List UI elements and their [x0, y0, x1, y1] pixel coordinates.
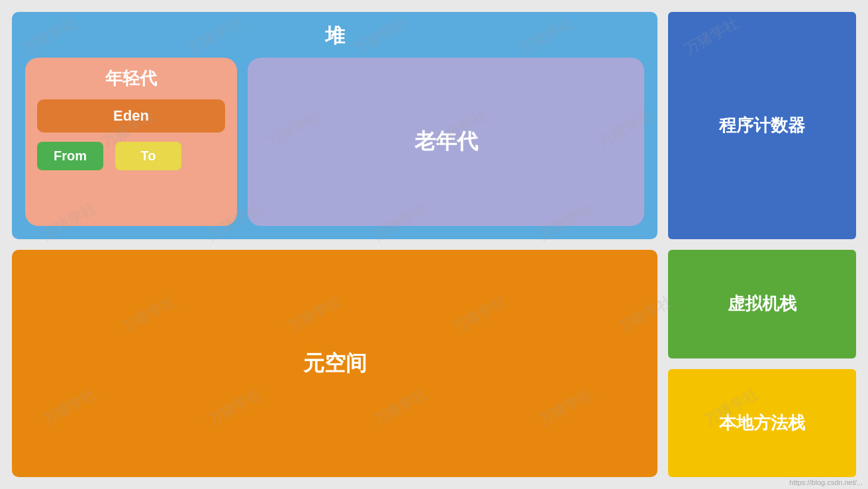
old-gen-box: 老年代: [248, 58, 644, 226]
to-label: To: [141, 148, 156, 163]
from-box: From: [37, 142, 103, 170]
right-bottom: 虚拟机栈 本地方法栈: [668, 250, 856, 477]
vm-stack-title: 虚拟机栈: [728, 292, 796, 315]
young-gen-title: 年轻代: [105, 67, 157, 90]
vm-stack-box: 虚拟机栈: [668, 250, 856, 358]
heap-box: 堆 年轻代 Eden From To 老年代: [12, 12, 657, 239]
to-box: To: [115, 142, 181, 170]
metaspace-title: 元空间: [303, 349, 367, 378]
main-layout: 堆 年轻代 Eden From To 老年代: [0, 0, 868, 489]
survivor-row: From To: [37, 142, 225, 170]
native-stack-title: 本地方法栈: [719, 411, 805, 435]
eden-label: Eden: [113, 107, 149, 124]
eden-box: Eden: [37, 99, 225, 133]
url-watermark: https://blog.csdn.net/...: [789, 478, 863, 486]
metaspace-box: 元空间: [12, 250, 657, 477]
young-gen-box: 年轻代 Eden From To: [25, 58, 237, 226]
pc-title: 程序计数器: [719, 114, 805, 137]
from-label: From: [54, 148, 87, 163]
old-gen-title: 老年代: [414, 127, 478, 156]
native-stack-box: 本地方法栈: [668, 369, 856, 478]
pc-box: 程序计数器: [668, 12, 856, 239]
heap-title: 堆: [25, 23, 644, 50]
heap-inner: 年轻代 Eden From To 老年代: [25, 58, 644, 226]
